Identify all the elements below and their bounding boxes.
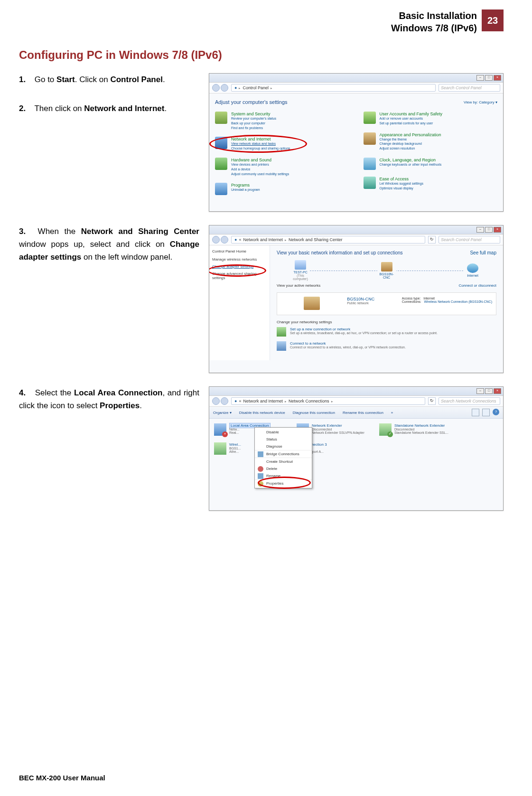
cp-user-accounts[interactable]: User Accounts and Family Safety Add or r… bbox=[364, 112, 498, 126]
step-2: 2. Then click on Network and Internet. bbox=[19, 102, 199, 115]
breadcrumb[interactable]: ● Control Panel bbox=[231, 84, 436, 92]
ctx-shortcut[interactable]: Create Shortcut bbox=[255, 458, 312, 465]
cp-appearance[interactable]: Appearance and Personalization Change th… bbox=[364, 132, 498, 151]
screenshot-control-panel: – □ × ● Control Panel Search Control Pan… bbox=[209, 73, 504, 212]
window-maximize-button[interactable]: □ bbox=[485, 227, 493, 233]
ctx-disable[interactable]: Disable bbox=[255, 429, 312, 436]
users-icon bbox=[364, 112, 376, 124]
help-icon[interactable]: ? bbox=[493, 409, 499, 415]
context-menu: Disable Status Diagnose Bridge Connectio… bbox=[254, 427, 312, 488]
nav-fwd-button[interactable] bbox=[221, 84, 228, 92]
cp-system-security[interactable]: System and Security Review your computer… bbox=[215, 112, 349, 130]
cp-ease-access[interactable]: Ease of Access Let Windows suggest setti… bbox=[364, 177, 498, 191]
standalone-extender[interactable]: ✓ Standalone Network Extender Disconnect… bbox=[379, 423, 455, 436]
cp-programs[interactable]: Programs Uninstall a program bbox=[215, 183, 349, 195]
search-input[interactable]: Search Control Panel bbox=[439, 236, 500, 243]
shield-icon bbox=[215, 112, 227, 124]
sidebar-adapter-settings[interactable]: Change adapter settings bbox=[212, 264, 267, 269]
nav-fwd-button[interactable] bbox=[221, 236, 228, 243]
refresh-button[interactable]: ↻ bbox=[428, 236, 436, 243]
page-number-badge: 23 bbox=[482, 9, 504, 31]
printer-icon bbox=[215, 158, 227, 170]
ethernet-icon: ✓ bbox=[379, 423, 392, 436]
sidebar-wireless[interactable]: Manage wireless networks bbox=[212, 257, 267, 262]
change-settings-label: Change your networking settings bbox=[277, 320, 496, 324]
toolbar: Organize ▾ Disable this network device D… bbox=[209, 407, 503, 419]
router-icon bbox=[381, 262, 392, 272]
search-input[interactable]: Search Control Panel bbox=[439, 84, 500, 92]
preview-icon[interactable] bbox=[482, 409, 490, 416]
toolbar-diagnose[interactable]: Diagnose this connection bbox=[293, 411, 335, 415]
access-icon bbox=[364, 177, 376, 189]
window-minimize-button[interactable]: – bbox=[476, 388, 484, 394]
toolbar-organize[interactable]: Organize ▾ bbox=[213, 411, 232, 415]
ctx-bridge[interactable]: Bridge Connections bbox=[255, 450, 312, 458]
refresh-button[interactable]: ↻ bbox=[428, 397, 436, 405]
view-by-dropdown[interactable]: View by: Category ▾ bbox=[464, 100, 497, 104]
window-maximize-button[interactable]: □ bbox=[485, 388, 493, 394]
connect-disconnect-link[interactable]: Connect or disconnect bbox=[458, 283, 496, 288]
box-icon bbox=[215, 183, 227, 195]
search-input[interactable]: Search Network Connections bbox=[439, 397, 500, 405]
step-3: 3. When the Network and Sharing Center w… bbox=[19, 225, 199, 264]
breadcrumb[interactable]: ● « Network and Internet Network Connect… bbox=[231, 397, 425, 405]
bench-icon bbox=[304, 297, 320, 310]
active-network-panel: BGS10N-CNC Public network Access type: I… bbox=[277, 292, 496, 315]
ctx-delete[interactable]: Delete bbox=[255, 465, 312, 472]
window-maximize-button[interactable]: □ bbox=[485, 75, 493, 81]
ctx-properties[interactable]: Properties bbox=[255, 480, 312, 487]
ns-heading: View your basic network information and … bbox=[277, 250, 403, 255]
header-title-2: Windows 7/8 (IPv6) bbox=[391, 22, 477, 34]
nav-back-button[interactable] bbox=[212, 84, 220, 92]
connect-to-network[interactable]: Connect to a networkConnect or reconnect… bbox=[277, 341, 496, 351]
connect-icon bbox=[277, 341, 286, 351]
ctx-status[interactable]: Status bbox=[255, 436, 312, 443]
toolbar-rename[interactable]: Rename this connection bbox=[343, 411, 383, 415]
sidebar-advanced-sharing[interactable]: Change advanced sharing settings bbox=[212, 272, 267, 280]
globe-icon bbox=[215, 137, 227, 149]
breadcrumb[interactable]: ● « Network and Internet Network and Sha… bbox=[231, 236, 425, 243]
window-close-button[interactable]: × bbox=[494, 75, 501, 81]
toolbar-disable[interactable]: Disable this network device bbox=[239, 411, 285, 415]
nav-fwd-button[interactable] bbox=[221, 397, 228, 405]
ctx-rename[interactable]: Rename bbox=[255, 472, 312, 480]
view-icon[interactable] bbox=[472, 409, 479, 416]
cp-clock-language[interactable]: Clock, Language, and Region Change keybo… bbox=[364, 158, 498, 170]
properties-icon bbox=[258, 481, 263, 487]
section-title: Configuring PC in Windows 7/8 (IPv6) bbox=[19, 48, 504, 62]
page-header: Basic Installation Windows 7/8 (IPv6) 23 bbox=[19, 9, 504, 34]
window-close-button[interactable]: × bbox=[494, 388, 501, 394]
nav-back-button[interactable] bbox=[212, 236, 220, 243]
step-4: 4. Select the Local Area Connection, and… bbox=[19, 386, 199, 412]
step-1: 1. Go to Start. Click on Control Panel. bbox=[19, 73, 199, 86]
ctx-diagnose[interactable]: Diagnose bbox=[255, 443, 312, 450]
window-minimize-button[interactable]: – bbox=[476, 75, 484, 81]
bridge-icon bbox=[258, 451, 263, 457]
window-close-button[interactable]: × bbox=[494, 227, 501, 233]
nav-back-button[interactable] bbox=[212, 397, 220, 405]
delete-icon bbox=[258, 466, 263, 472]
screenshot-network-connections: – □ × ● « Network and Internet Network C… bbox=[209, 386, 504, 511]
header-title-1: Basic Installation bbox=[391, 9, 477, 22]
wifi-icon bbox=[214, 442, 226, 455]
see-full-map-link[interactable]: See full map bbox=[470, 250, 496, 255]
rename-icon bbox=[258, 473, 263, 479]
computer-icon bbox=[295, 260, 306, 270]
desktop-icon bbox=[364, 132, 376, 145]
toolbar-more[interactable]: » bbox=[391, 411, 393, 415]
cp-hardware-sound[interactable]: Hardware and Sound View devices and prin… bbox=[215, 158, 349, 176]
footer-text: BEC MX-200 User Manual bbox=[19, 774, 105, 782]
wireless-connection[interactable]: Wirel... BGS1... Athe... bbox=[214, 442, 252, 455]
network-name-link[interactable]: BGS10N-CNC bbox=[347, 297, 374, 301]
active-networks-label: View your active networks bbox=[277, 283, 320, 288]
ethernet-icon: × bbox=[214, 423, 226, 436]
internet-icon bbox=[467, 263, 478, 273]
setup-new-connection[interactable]: Set up a new connection or networkSet up… bbox=[277, 327, 496, 337]
cp-heading: Adjust your computer's settings bbox=[215, 99, 288, 105]
screenshot-network-sharing: – □ × ● « Network and Internet Network a… bbox=[209, 225, 504, 373]
clock-icon bbox=[364, 158, 376, 170]
cp-network-internet[interactable]: Network and Internet View network status… bbox=[215, 137, 349, 151]
connection-link[interactable]: Wireless Network Connection (BGS10N-CNC) bbox=[424, 300, 492, 303]
wizard-icon bbox=[277, 327, 286, 337]
window-minimize-button[interactable]: – bbox=[476, 227, 484, 233]
